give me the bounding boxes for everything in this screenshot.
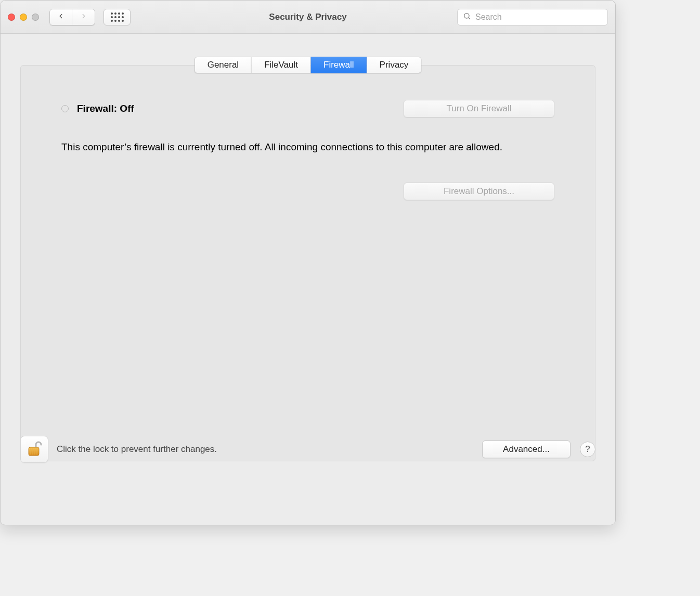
search-input[interactable]	[475, 12, 602, 22]
nav-back-button[interactable]	[49, 9, 72, 25]
system-preferences-window: Security & Privacy General FileVault Fir…	[0, 0, 616, 525]
nav-back-forward	[49, 9, 95, 25]
lock-button[interactable]	[20, 436, 48, 463]
svg-point-0	[464, 14, 469, 18]
tab-bar: General FileVault Firewall Privacy	[195, 57, 422, 73]
firewall-status-left: Firewall: Off	[61, 103, 134, 114]
lock-area: Click the lock to prevent further change…	[20, 436, 217, 463]
firewall-description: This computer’s firewall is currently tu…	[61, 140, 529, 154]
firewall-options-row: Firewall Options...	[61, 183, 554, 200]
help-button[interactable]: ?	[580, 442, 595, 457]
firewall-panel: Firewall: Off Turn On Firewall This comp…	[20, 65, 595, 461]
window-controls	[8, 14, 39, 21]
tab-general[interactable]: General	[195, 57, 252, 73]
preferences-footer: Click the lock to prevent further change…	[1, 426, 615, 473]
footer-right: Advanced... ?	[482, 440, 595, 458]
lock-open-icon	[27, 440, 42, 459]
show-all-prefs-button[interactable]	[103, 9, 131, 25]
preferences-content: General FileVault Firewall Privacy Firew…	[1, 34, 615, 473]
firewall-status-label: Firewall: Off	[77, 103, 134, 114]
lock-hint-text: Click the lock to prevent further change…	[57, 444, 217, 455]
chevron-left-icon	[57, 12, 64, 21]
status-indicator-icon	[61, 105, 69, 112]
search-icon	[463, 12, 471, 22]
tab-filevault[interactable]: FileVault	[252, 57, 311, 73]
maximize-window-button	[32, 14, 39, 21]
grid-icon	[111, 12, 124, 22]
tab-firewall[interactable]: Firewall	[311, 57, 367, 73]
firewall-status-row: Firewall: Off Turn On Firewall	[61, 100, 554, 118]
advanced-button[interactable]: Advanced...	[482, 440, 571, 458]
titlebar: Security & Privacy	[1, 1, 615, 34]
svg-line-1	[469, 18, 470, 19]
window-title: Security & Privacy	[269, 12, 346, 22]
tab-privacy[interactable]: Privacy	[367, 57, 422, 73]
nav-forward-button	[72, 9, 95, 25]
minimize-window-button[interactable]	[20, 14, 27, 21]
search-field-wrap	[457, 9, 608, 25]
search-field[interactable]	[457, 9, 608, 25]
chevron-right-icon	[80, 12, 87, 21]
turn-on-firewall-button[interactable]: Turn On Firewall	[404, 100, 554, 118]
firewall-options-button[interactable]: Firewall Options...	[404, 183, 554, 200]
svg-rect-2	[29, 447, 39, 456]
close-window-button[interactable]	[8, 14, 15, 21]
